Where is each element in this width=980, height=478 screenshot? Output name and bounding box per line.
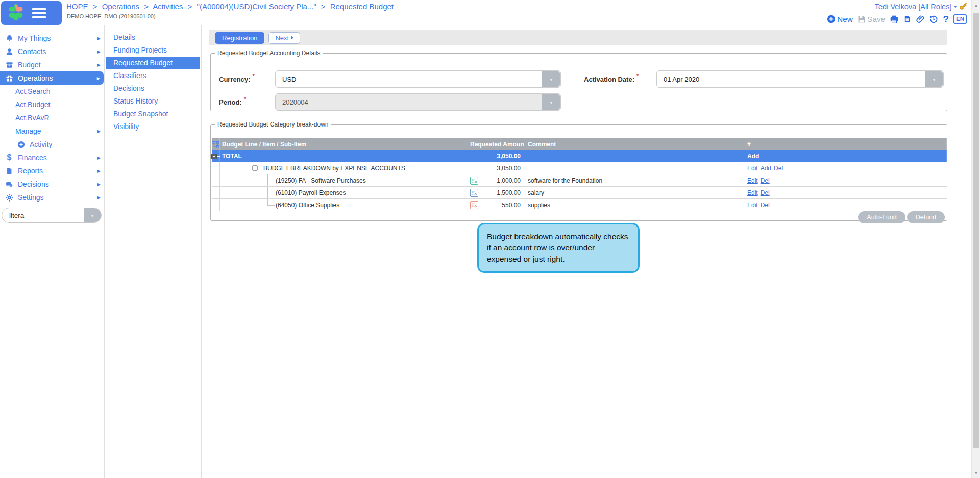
sidebar: My Things ▶ Contacts ▶ Budget ▶ Operatio… [0, 25, 105, 478]
sidebar-item-settings[interactable]: Settings ▶ [0, 191, 104, 204]
tab-funding-projects[interactable]: Funding Projects [106, 44, 200, 57]
dollar-icon: $ [4, 154, 14, 162]
chevron-right-icon: ▶ [97, 49, 101, 54]
table-header-row: Budget Line / Item / Sub-Item Requested … [212, 138, 947, 150]
column-header-budget-line[interactable]: Budget Line / Item / Sub-Item [220, 138, 468, 150]
language-selector[interactable]: EN [953, 14, 967, 24]
sidebar-item-budget[interactable]: Budget ▶ [0, 58, 104, 71]
sidebar-item-contacts[interactable]: Contacts ▶ [0, 45, 104, 58]
breadcrumb-activity[interactable]: "(A00004)(USD)Civil Society Pla..." [197, 2, 316, 11]
edit-link[interactable]: Edit [747, 189, 758, 196]
sidebar-item-finances[interactable]: $ Finances ▶ [0, 151, 104, 164]
scroll-down-icon[interactable]: ▼ [972, 469, 980, 477]
category-breakdown-legend: Requested Budget Category break-down [215, 121, 331, 128]
accounting-details-legend: Requested Budget Accounting Details [215, 49, 323, 57]
tab-details[interactable]: Details [106, 31, 200, 44]
sidebar-item-decisions[interactable]: Decisions ▶ [0, 178, 104, 191]
column-header-actions[interactable]: # [742, 138, 947, 150]
sidebar-item-activity[interactable]: Activity [0, 138, 104, 151]
app-header: HOPE > Operations > Activities > "(A0000… [0, 0, 980, 25]
printer-icon[interactable] [890, 15, 899, 24]
archive-icon [4, 61, 14, 69]
help-icon[interactable]: ? [943, 14, 949, 24]
tab-requested-budget[interactable]: Requested Budget [106, 57, 200, 69]
fund-buttons: Auto-Fund Defund [858, 211, 945, 223]
currency-dropdown-button[interactable]: ▾ [542, 71, 560, 87]
breadcrumb-requested-budget[interactable]: Requested Budget [330, 2, 394, 11]
del-link[interactable]: Del [761, 177, 770, 184]
activation-date-dropdown-button[interactable]: ▾ [925, 71, 943, 87]
breadcrumb: HOPE > Operations > Activities > "(A0000… [66, 2, 394, 11]
edit-link[interactable]: Edit [747, 177, 758, 184]
sidebar-item-label: Act.Budget [15, 100, 51, 109]
sidebar-item-operations[interactable]: Operations ▶ [0, 71, 104, 85]
collapse-icon[interactable] [211, 154, 217, 159]
save-button[interactable]: Save [857, 15, 885, 24]
tree-branch [267, 174, 275, 186]
sidebar-item-act-search[interactable]: Act.Search [0, 85, 104, 98]
vertical-scrollbar[interactable]: ▲ ▼ [971, 0, 980, 478]
table-row-total: TOTAL 3,050.00 Add [212, 150, 947, 162]
user-menu[interactable]: Tedi Velkova [All Roles] ▾ [875, 2, 968, 12]
sidebar-item-reports[interactable]: Reports ▶ [0, 164, 104, 178]
breadcrumb-activities[interactable]: Activities [153, 2, 183, 11]
caret-down-icon: ▾ [550, 77, 552, 82]
tab-visibility[interactable]: Visibility [106, 120, 200, 133]
clover-logo-icon [6, 2, 26, 24]
scrollbar-thumb[interactable] [973, 13, 979, 448]
save-floppy-icon [857, 15, 866, 23]
requested-amount-cell: 3,050.00 [497, 165, 521, 172]
gear-icon [4, 194, 14, 202]
currency-input[interactable] [276, 71, 542, 87]
budget-line-cell: (61010) Payroll Expenses [276, 189, 346, 196]
chevron-right-icon: ▶ [97, 156, 101, 160]
tab-status-history[interactable]: Status History [106, 95, 200, 108]
sidebar-item-manage[interactable]: Manage ▶ [0, 124, 104, 138]
tab-decisions[interactable]: Decisions [106, 82, 200, 95]
breadcrumb-separator: > [93, 2, 97, 11]
hierarchy-icon[interactable] [212, 138, 220, 150]
activation-date-input[interactable] [657, 71, 925, 87]
column-header-requested-amount[interactable]: Requested Amount [468, 138, 524, 150]
person-icon [4, 48, 14, 56]
caret-down-icon: ▾ [933, 77, 935, 82]
sidebar-item-label: Decisions [18, 180, 49, 188]
search-input[interactable] [2, 211, 84, 220]
history-icon[interactable] [929, 15, 938, 24]
next-button[interactable]: Next [268, 32, 300, 44]
sidebar-item-my-things[interactable]: My Things ▶ [0, 32, 104, 45]
del-link[interactable]: Del [761, 202, 770, 209]
search-dropdown-button[interactable]: ▾ [84, 208, 101, 222]
registration-button[interactable]: Registration [215, 32, 264, 44]
chevron-right-icon: ▶ [97, 182, 101, 187]
new-button[interactable]: New [827, 15, 853, 24]
table-row-breakdown-group: BUDGET BREAKDOWN by EXPENSE ACCOUNTS 3,0… [212, 162, 947, 174]
chevron-right-icon: ▶ [97, 195, 101, 200]
document-icon[interactable] [903, 15, 911, 23]
paperclip-icon[interactable] [916, 15, 924, 23]
sidebar-item-act-budget[interactable]: Act.Budget [0, 98, 104, 111]
period-input [276, 94, 542, 110]
comment-cell: salary [524, 187, 742, 198]
scroll-up-icon[interactable]: ▲ [972, 1, 980, 9]
caret-right-icon [291, 36, 293, 40]
tab-budget-snapshot[interactable]: Budget Snapshot [106, 108, 200, 120]
breadcrumb-home[interactable]: HOPE [66, 2, 88, 11]
edit-link[interactable]: Edit [747, 165, 758, 172]
collapse-icon[interactable] [252, 165, 258, 171]
sidebar-item-act-bvavr[interactable]: Act.BvAvR [0, 111, 104, 124]
add-link[interactable]: Add [761, 165, 771, 172]
key-icon[interactable] [959, 2, 968, 12]
add-link[interactable]: Add [747, 153, 759, 160]
edit-link[interactable]: Edit [747, 202, 758, 209]
del-link[interactable]: Del [774, 165, 783, 172]
del-link[interactable]: Del [761, 189, 770, 196]
hamburger-menu-icon[interactable] [32, 8, 46, 18]
breadcrumb-operations[interactable]: Operations [102, 2, 139, 11]
tab-classifiers[interactable]: Classifiers [106, 69, 200, 82]
defund-button[interactable]: Defund [907, 211, 945, 223]
status-equal-icon [470, 177, 478, 185]
auto-fund-button[interactable]: Auto-Fund [858, 211, 905, 223]
callout-text: Budget breakdown automatically checks if… [487, 232, 628, 263]
column-header-comment[interactable]: Comment [524, 138, 742, 150]
